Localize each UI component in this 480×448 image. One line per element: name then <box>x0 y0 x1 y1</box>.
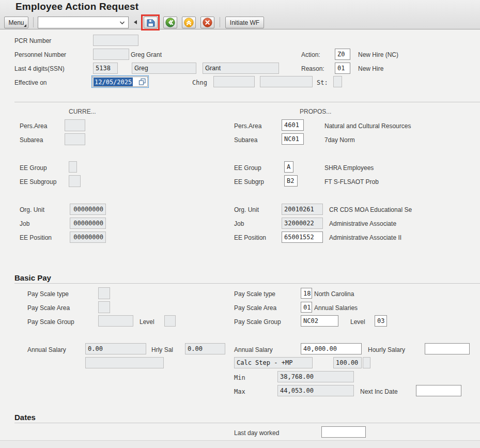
subarea-label-proposed: Subarea <box>234 136 257 144</box>
pers-area-field-proposed[interactable]: 4601 <box>282 119 304 131</box>
calc-step-flag-field <box>363 357 370 368</box>
action-label: Action: <box>301 51 320 58</box>
pay-scale-type-desc: North Carolina <box>314 290 354 298</box>
job-label-current: Job <box>20 220 29 227</box>
level-field-proposed[interactable]: 03 <box>375 315 387 327</box>
last-day-worked-field[interactable] <box>321 426 366 438</box>
initiate-wf-button[interactable]: Initiate WF <box>225 17 264 28</box>
next-inc-date-field[interactable] <box>416 385 461 396</box>
dates-section-header: Dates <box>14 413 36 422</box>
pay-scale-group-label-current: Pay Scale Group <box>27 318 74 326</box>
basic-pay-divider <box>14 283 480 284</box>
last-name-field: Grant <box>203 63 279 74</box>
bottom-strip <box>0 440 480 448</box>
proposed-column-header: PROPOS... <box>300 108 331 115</box>
st-label: St: <box>317 79 328 86</box>
subarea-label-current: Subarea <box>20 136 43 144</box>
pay-scale-area-desc: Annual Salaries <box>314 304 358 312</box>
page-title: Employee Action Request <box>16 1 138 12</box>
pay-scale-area-field-current <box>98 301 110 313</box>
org-unit-field-proposed: 20010261 <box>282 204 323 215</box>
effective-date-field[interactable]: 12/05/2025 <box>91 75 149 88</box>
pers-area-field-current <box>65 119 85 131</box>
level-field-current <box>164 315 176 327</box>
max-label: Max <box>234 388 245 395</box>
ee-subgroup-label-current: EE Subgroup <box>20 178 56 186</box>
ee-group-field-proposed[interactable]: A <box>284 161 293 173</box>
pay-scale-type-field-proposed[interactable]: 18 <box>301 288 312 299</box>
pay-scale-type-label-proposed: Pay Scale type <box>234 290 275 298</box>
subarea-field-proposed[interactable]: NC01 <box>282 133 304 145</box>
pers-area-desc: Natural and Cultural Resources <box>324 122 411 130</box>
min-label: Min <box>234 374 245 381</box>
reason-desc-text: New Hire <box>358 65 383 72</box>
ee-group-label-current: EE Group <box>20 164 47 172</box>
pers-area-label-proposed: Pers.Area <box>234 122 261 130</box>
level-label-current: Level <box>140 318 154 326</box>
action-code-field[interactable]: Z0 <box>335 49 350 60</box>
transaction-combobox[interactable] <box>38 17 129 28</box>
next-inc-date-label: Next Inc Date <box>360 388 398 395</box>
exit-button[interactable] <box>182 17 196 28</box>
ee-position-desc: Administrative Associate II <box>329 234 401 241</box>
pay-scale-type-field-current <box>98 287 110 299</box>
hrly-sal-field: 0.00 <box>185 343 225 354</box>
job-label-proposed: Job <box>234 220 244 227</box>
calc-step-pct-field: 100.00 <box>333 357 362 368</box>
cancel-button[interactable] <box>200 17 214 28</box>
dates-divider <box>14 423 480 423</box>
effective-on-label: Effective on <box>14 79 47 86</box>
back-icon <box>165 18 175 27</box>
ssn-last4-label: Last 4 digits(SSN) <box>14 65 65 72</box>
job-desc: Administrative Associate <box>329 220 396 227</box>
org-unit-label-current: Org. Unit <box>20 206 44 213</box>
effective-date-value: 12/05/2025 <box>94 78 133 86</box>
effective-date-focus-area: 12/05/2025 <box>92 76 148 87</box>
org-unit-label-proposed: Org. Unit <box>234 206 259 213</box>
pay-scale-group-field-proposed[interactable]: NC02 <box>301 315 338 327</box>
max-field: 44,053.00 <box>277 385 354 396</box>
reason-label: Reason: <box>301 65 324 72</box>
ee-group-desc: SHRA Employees <box>324 164 374 172</box>
ee-subgroup-field-proposed[interactable]: B2 <box>284 175 298 187</box>
pay-scale-area-field-proposed[interactable]: 01 <box>301 302 312 313</box>
ee-subgroup-label-proposed: EE Subgrp <box>234 178 264 186</box>
ee-position-field-proposed[interactable]: 65001552 <box>282 231 323 243</box>
pay-scale-group-field-current <box>98 315 133 327</box>
ee-subgroup-field-current <box>69 175 81 187</box>
annual-salary-field-proposed[interactable]: 40,000.00 <box>301 343 362 354</box>
ee-position-field-current: 00000000 <box>70 231 106 243</box>
cancel-icon <box>203 18 212 27</box>
menu-dropdown-triangle-icon <box>24 24 26 27</box>
annual-salary-label-proposed: Annual Salary <box>234 346 273 353</box>
menu-button[interactable]: Menu <box>4 17 28 28</box>
hrly-sal-label: Hrly Sal <box>151 346 173 353</box>
ee-group-label-proposed: EE Group <box>234 164 261 172</box>
ee-position-label-proposed: EE Position <box>234 234 266 241</box>
pcr-number-label: PCR Number <box>14 37 51 44</box>
back-button[interactable] <box>163 17 177 28</box>
current-column-header: CURRE... <box>69 108 96 115</box>
section-divider <box>14 102 480 102</box>
last-day-worked-label: Last day worked <box>234 429 279 437</box>
save-button[interactable] <box>144 17 158 28</box>
job-field-current: 00000000 <box>70 218 106 229</box>
min-field: 38,768.00 <box>277 371 354 382</box>
titlebar: Employee Action Request Menu <box>0 0 480 29</box>
action-desc-text: New Hire (NC) <box>358 51 398 58</box>
basic-pay-section-header: Basic Pay <box>14 273 51 282</box>
annual-salary-field-current: 0.00 <box>85 343 146 354</box>
annual-salary-label-current: Annual Salary <box>27 346 66 353</box>
pers-area-label-current: Pers.Area <box>20 122 47 130</box>
toolbar-separator <box>33 17 34 27</box>
copy-icon[interactable] <box>138 78 146 86</box>
hourly-salary-field[interactable] <box>425 343 470 354</box>
collapse-left-arrow-icon[interactable] <box>134 20 137 24</box>
pay-scale-area-label-proposed: Pay Scale Area <box>234 304 276 312</box>
salary-extra-field <box>85 357 164 368</box>
pay-scale-group-label-proposed: Pay Scale Group <box>234 318 281 326</box>
ee-group-field-current <box>69 161 77 173</box>
calc-step-field: Calc Step - +MP <box>234 357 313 368</box>
reason-code-field[interactable]: 01 <box>335 63 350 74</box>
org-unit-desc: CR CDS MOA Educational Se <box>329 206 412 213</box>
